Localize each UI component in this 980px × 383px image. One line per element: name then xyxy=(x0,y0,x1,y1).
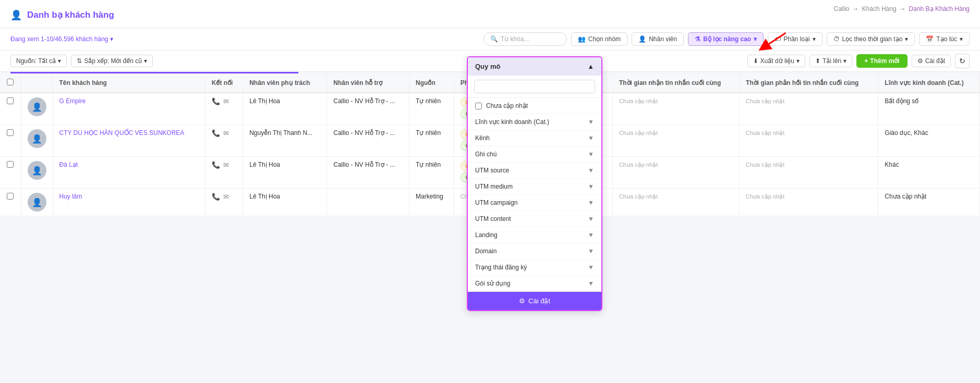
breadcrumb-callio[interactable]: Callio xyxy=(834,5,850,13)
breadcrumb-current: Danh Bạ Khách Hàng xyxy=(909,5,970,13)
breadcrumb-khachhang[interactable]: Khách Hàng xyxy=(862,5,897,13)
dropdown-item-5[interactable]: UTM campaign▼ xyxy=(468,195,601,211)
contact-icons: 📞 ✉ xyxy=(212,129,236,137)
col-employee-support[interactable]: Nhân viên hỗ trợ xyxy=(327,73,409,93)
phone-icon[interactable]: 📞 xyxy=(212,161,220,169)
col-avatar-header xyxy=(21,73,53,93)
page-title: Danh bạ khách hàng xyxy=(27,9,114,20)
avatar: 👤 xyxy=(28,129,46,148)
source-select-btn[interactable]: Nguồn: Tất cả ▾ xyxy=(10,55,67,67)
chevron-upload-icon: ▾ xyxy=(843,57,846,65)
expand-icon: ▼ xyxy=(588,215,594,216)
chua-cap-nhat-checkbox[interactable] xyxy=(475,103,482,109)
row-checkbox-0[interactable] xyxy=(7,97,14,104)
dropdown-item-2[interactable]: Ghi chú▼ xyxy=(468,146,601,163)
msg-time: Chưa cập nhật xyxy=(619,130,658,136)
search-placeholder: Từ khóa... xyxy=(501,35,529,43)
time-filter-btn[interactable]: ⏱ Lọc theo thời gian tạo ▾ xyxy=(827,32,915,46)
response-time: Chưa cập nhật xyxy=(746,98,784,104)
dropdown-item-6[interactable]: UTM content▼ xyxy=(468,211,601,216)
group-icon: 👥 xyxy=(578,35,586,43)
customer-name[interactable]: Đà Lạt xyxy=(59,161,78,168)
customer-name[interactable]: CTY DU HỌC HÀN QUỐC VES SUNKOREA xyxy=(59,129,185,137)
sort-btn[interactable]: ⇅ Sắp xếp: Mới đến cũ ▾ xyxy=(71,55,153,67)
dropdown-item-label: UTM content xyxy=(475,215,511,216)
source-value: Tự nhiên xyxy=(416,161,441,168)
phone-icon[interactable]: 📞 xyxy=(212,193,220,201)
row-checkbox-2[interactable] xyxy=(7,161,14,168)
employee-support: Callio - NV Hỗ Trợ - ... xyxy=(333,97,395,105)
customer-name[interactable]: Huy lâm xyxy=(59,193,82,200)
expand-icon: ▼ xyxy=(588,118,594,126)
dropdown-title: Quy mô xyxy=(475,63,500,70)
expand-icon: ▼ xyxy=(588,183,594,190)
mail-icon[interactable]: ✉ xyxy=(223,129,229,137)
response-time: Chưa cập nhật xyxy=(746,162,784,168)
customer-name[interactable]: G Empire xyxy=(59,97,86,105)
select-all-checkbox[interactable] xyxy=(7,79,14,85)
msg-time: Chưa cập nhật xyxy=(619,193,658,200)
add-new-btn[interactable]: + Thêm mới xyxy=(856,54,907,68)
create-btn[interactable]: 📅 Tạo lúc ▾ xyxy=(919,32,970,46)
phone-icon[interactable]: 📞 xyxy=(212,129,220,137)
search-input-btn[interactable]: 🔍 Từ khóa... xyxy=(483,32,567,46)
mail-icon[interactable]: ✉ xyxy=(223,97,229,105)
response-time: Chưa cập nhật xyxy=(746,130,784,136)
filter-icon: ⚗ xyxy=(695,35,700,43)
dropdown-item-3[interactable]: UTM source▼ xyxy=(468,163,601,179)
employee-main: Lê Thị Hoa xyxy=(249,161,280,168)
advanced-filter-btn[interactable]: ⚗ Bộ lọc nâng cao ▾ xyxy=(688,32,764,46)
dropdown-item-label: UTM campaign xyxy=(475,199,517,206)
col-name[interactable]: Tên khách hàng xyxy=(53,73,205,93)
response-time: Chưa cập nhật xyxy=(746,193,784,200)
dropdown-item-label: UTM medium xyxy=(475,183,513,190)
settings-btn[interactable]: ⚙ Cài đặt xyxy=(912,55,951,67)
phone-icon[interactable]: 📞 xyxy=(212,97,220,105)
row-checkbox-1[interactable] xyxy=(7,129,14,136)
dropdown-item-4[interactable]: UTM medium▼ xyxy=(468,179,601,195)
source-value: Marketing xyxy=(416,193,443,200)
employee-main: Lê Thị Hoa xyxy=(249,193,280,200)
refresh-btn[interactable]: ↻ xyxy=(955,54,970,68)
chevron-down-icon-3: ▾ xyxy=(905,35,908,43)
breadcrumb-sep-1: → xyxy=(853,5,859,13)
dropdown-item-1[interactable]: Kênh▼ xyxy=(468,130,601,146)
chevron-up-icon[interactable]: ▲ xyxy=(587,63,594,70)
chua-cap-nhat-label: Chưa cập nhật xyxy=(486,102,528,109)
time-filter-icon: ⏱ xyxy=(833,35,840,43)
contact-icons: 📞 ✉ xyxy=(212,161,236,169)
employee-main: Nguyễn Thị Thanh N... xyxy=(249,129,312,137)
mail-icon[interactable]: ✉ xyxy=(223,161,229,169)
industry-value: Chưa cập nhật xyxy=(885,193,926,200)
industry-value: Giáo dục, Khác xyxy=(885,129,928,137)
dropdown-item-0[interactable]: Lĩnh vực kinh doanh (Cat.)▼ xyxy=(468,114,601,130)
expand-icon: ▼ xyxy=(588,134,594,142)
row-checkbox-3[interactable] xyxy=(7,193,14,200)
col-source[interactable]: Nguồn xyxy=(409,73,454,93)
col-checkbox[interactable] xyxy=(0,73,21,93)
msg-time: Chưa cập nhật xyxy=(619,162,658,168)
employee-icon: 👤 xyxy=(638,35,646,43)
breadcrumb-sep-2: → xyxy=(900,5,906,13)
employee-main: Lê Thị Hoa xyxy=(249,97,280,105)
dropdown-search-input[interactable] xyxy=(474,80,595,93)
employee-btn[interactable]: 👤 Nhân viên xyxy=(632,32,684,46)
col-employee-main[interactable]: Nhân viên phụ trách xyxy=(243,73,327,93)
dropdown-header: Quy mô ▲ xyxy=(468,57,601,76)
gear-icon: ⚙ xyxy=(917,57,923,65)
upload-btn[interactable]: ⬆ Tải lên ▾ xyxy=(809,55,852,67)
dropdown-checkbox-item[interactable]: Chưa cập nhật xyxy=(468,98,601,114)
plus-icon: + xyxy=(864,57,868,65)
dropdown-item-label: Ghi chú xyxy=(475,151,497,158)
col-msg-time[interactable]: Thời gian nhận tin nhắn cuối cùng xyxy=(612,73,739,93)
expand-icon: ▼ xyxy=(588,199,594,206)
contact-icons: 📞 ✉ xyxy=(212,193,236,201)
col-industry[interactable]: Lĩnh vực kinh doanh (Cat.) xyxy=(878,73,980,93)
col-connect[interactable]: Kết nối xyxy=(205,73,243,93)
mail-icon[interactable]: ✉ xyxy=(223,193,229,201)
upload-icon: ⬆ xyxy=(815,57,820,65)
breadcrumb: Callio → Khách Hàng → Danh Bạ Khách Hàng xyxy=(834,5,970,13)
group-select-btn[interactable]: 👥 Chọn nhóm xyxy=(571,32,627,46)
dropdown-item-label: Kênh xyxy=(475,134,490,142)
col-response-time[interactable]: Thời gian phản hồi tin nhắn cuối cùng xyxy=(740,73,878,93)
